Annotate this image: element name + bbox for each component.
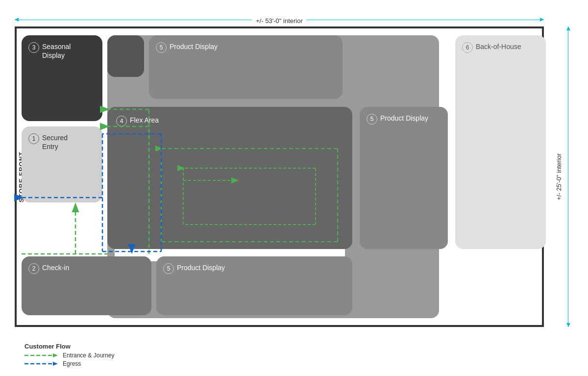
room-3b <box>107 35 144 77</box>
room-1-name: Secured Entry <box>42 133 68 151</box>
room-5-right-name: Product Display <box>380 114 428 123</box>
room-2-name: Check-in <box>42 263 69 272</box>
legend-item-entrance: Entrance & Journey <box>24 352 114 359</box>
dimension-vertical: +/- 25'-0" interior <box>544 26 573 327</box>
svg-marker-21 <box>53 353 58 357</box>
room-product-display-top: 5 Product Display <box>149 35 343 99</box>
room-2-number: 2 <box>28 263 39 274</box>
room-4-number: 4 <box>116 116 127 126</box>
room-5-bottom-label: 5 Product Display <box>163 263 225 274</box>
room-5-top-number: 5 <box>156 42 167 53</box>
room-back-of-house: 6 Back-of-House <box>455 35 546 249</box>
room-product-display-bottom: 5 Product Display <box>156 256 352 315</box>
legend: Customer Flow Entrance & Journey Egress <box>24 343 114 369</box>
legend-entrance-label: Entrance & Journey <box>63 352 114 359</box>
room-3-number: 3 <box>28 42 39 53</box>
legend-egress-label: Egress <box>63 360 81 367</box>
room-secured-entry: 1 Secured Entry <box>22 126 102 202</box>
room-5-top-label: 5 Product Display <box>156 42 218 53</box>
room-5-bottom-number: 5 <box>163 263 174 274</box>
legend-title: Customer Flow <box>24 343 114 350</box>
room-flex-area: 4 Flex Area <box>107 107 352 249</box>
dimension-vertical-label: +/- 25'-0" interior <box>554 151 564 202</box>
floor-plan: STORE FRONT 3 Seasonal Display 5 Product… <box>15 26 544 327</box>
room-seasonal-display: 3 Seasonal Display <box>22 35 102 121</box>
room-4-name: Flex Area <box>130 116 159 125</box>
room-5-top-name: Product Display <box>170 42 218 51</box>
room-3-label: 3 Seasonal Display <box>28 42 71 60</box>
room-5-bottom-name: Product Display <box>177 263 225 272</box>
room-1-number: 1 <box>28 133 39 144</box>
room-4-label: 4 Flex Area <box>116 116 159 126</box>
room-3-name: Seasonal Display <box>42 42 71 60</box>
dimension-horizontal-label: +/- 53'-0" interior <box>252 17 307 25</box>
svg-marker-23 <box>53 362 58 366</box>
dimension-horizontal: +/- 53'-0" interior <box>15 15 544 26</box>
legend-green-line <box>24 352 59 358</box>
floor-plan-outer: +/- 53'-0" interior +/- 25'-0" interior … <box>15 15 573 327</box>
room-6-number: 6 <box>462 42 473 53</box>
legend-item-egress: Egress <box>24 360 114 367</box>
room-6-name: Back-of-House <box>476 42 521 51</box>
legend-blue-line <box>24 361 59 367</box>
room-product-display-right: 5 Product Display <box>360 107 448 249</box>
room-1-label: 1 Secured Entry <box>28 133 68 151</box>
room-5-right-number: 5 <box>367 114 377 125</box>
room-checkin: 2 Check-in <box>22 256 151 315</box>
room-6-label: 6 Back-of-House <box>462 42 521 53</box>
room-2-label: 2 Check-in <box>28 263 69 274</box>
room-5-right-label: 5 Product Display <box>367 114 428 125</box>
